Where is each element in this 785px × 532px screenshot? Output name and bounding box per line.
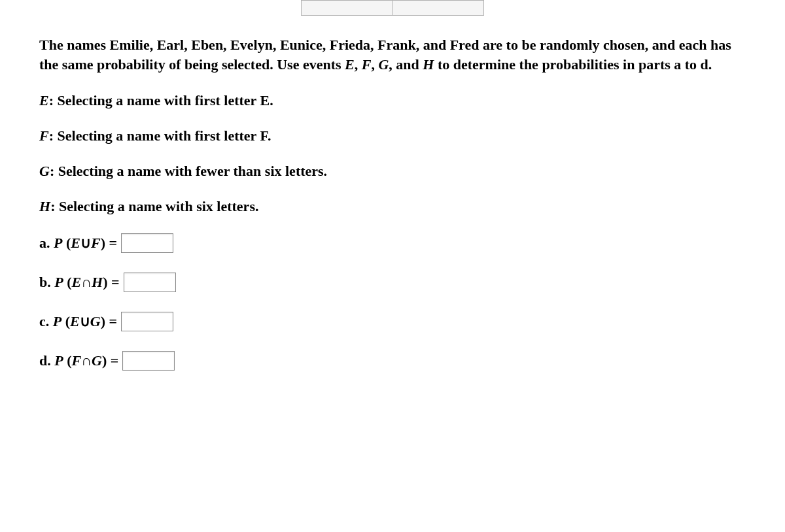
- q-b-v2: H: [92, 274, 103, 290]
- q-a-v1: E: [71, 235, 80, 251]
- q-a-close: ) =: [101, 235, 117, 251]
- q-d-op: ∩: [81, 352, 92, 369]
- q-b-v1: E: [72, 274, 82, 290]
- q-c-v2: G: [90, 313, 101, 329]
- question-c: c. P (E∪G) =: [39, 312, 746, 331]
- event-G-label: G: [39, 163, 50, 179]
- event-G-desc: Selecting a name with fewer than six let…: [58, 163, 327, 179]
- question-b: b. P (E∩H) =: [39, 273, 746, 292]
- q-d-v2: G: [92, 352, 102, 369]
- event-H: H: Selecting a name with six letters.: [39, 198, 746, 215]
- event-F: F: Selecting a name with first letter F.: [39, 127, 746, 144]
- event-H-colon: :: [50, 198, 59, 214]
- answer-input-a[interactable]: [121, 233, 173, 253]
- event-E-colon: :: [49, 92, 58, 108]
- q-d-open: (: [63, 352, 72, 369]
- event-F-colon: :: [49, 127, 58, 144]
- sep3: , and: [389, 56, 423, 73]
- q-d-close: ) =: [102, 352, 118, 369]
- problem-intro-2: to determine the probabilities in parts …: [434, 56, 712, 73]
- var-F: F: [362, 56, 372, 73]
- answer-input-b[interactable]: [124, 273, 176, 292]
- var-E: E: [345, 56, 355, 73]
- var-H: H: [423, 56, 434, 73]
- q-c-op: ∪: [80, 313, 90, 329]
- q-a-prefix: a.: [39, 235, 54, 251]
- q-b-P: P: [54, 274, 63, 290]
- q-a-op: ∪: [80, 235, 91, 251]
- q-a-v2: F: [91, 235, 101, 251]
- sep2: ,: [371, 56, 378, 73]
- top-input-right[interactable]: [392, 0, 484, 16]
- event-H-label: H: [39, 198, 50, 214]
- question-d-label: d. P (F∩G) =: [39, 352, 118, 369]
- question-a: a. P (E∪F) =: [39, 233, 746, 253]
- var-G: G: [378, 56, 389, 73]
- q-c-close: ) =: [101, 313, 117, 329]
- q-c-v1: E: [70, 313, 80, 329]
- q-d-v1: F: [72, 352, 82, 369]
- answer-input-d[interactable]: [122, 351, 175, 371]
- q-c-P: P: [53, 313, 61, 329]
- answer-input-c[interactable]: [121, 312, 173, 331]
- content-area: The names Emilie, Earl, Eben, Evelyn, Eu…: [0, 16, 785, 371]
- question-c-label: c. P (E∪G) =: [39, 313, 117, 330]
- q-b-open: (: [63, 274, 72, 290]
- q-b-prefix: b.: [39, 274, 54, 290]
- q-d-prefix: d.: [39, 352, 54, 369]
- q-b-op: ∩: [81, 274, 92, 290]
- sep1: ,: [355, 56, 362, 73]
- q-b-close: ) =: [103, 274, 119, 290]
- q-c-open: (: [61, 313, 70, 329]
- event-H-desc: Selecting a name with six letters.: [59, 198, 259, 214]
- q-a-open: (: [62, 235, 71, 251]
- top-input-left[interactable]: [301, 0, 392, 16]
- problem-statement: The names Emilie, Earl, Eben, Evelyn, Eu…: [39, 35, 746, 74]
- q-d-P: P: [54, 352, 63, 369]
- event-G: G: Selecting a name with fewer than six …: [39, 163, 746, 180]
- event-F-label: F: [39, 127, 49, 144]
- event-E-label: E: [39, 92, 49, 108]
- event-F-desc: Selecting a name with first letter F.: [58, 127, 271, 144]
- q-a-P: P: [54, 235, 62, 251]
- q-c-prefix: c.: [39, 313, 53, 329]
- question-d: d. P (F∩G) =: [39, 351, 746, 371]
- event-E: E: Selecting a name with first letter E.: [39, 92, 746, 109]
- event-E-desc: Selecting a name with first letter E.: [58, 92, 273, 108]
- top-input-row: [0, 0, 785, 16]
- question-b-label: b. P (E∩H) =: [39, 274, 120, 291]
- question-a-label: a. P (E∪F) =: [39, 235, 117, 252]
- event-G-colon: :: [50, 163, 58, 179]
